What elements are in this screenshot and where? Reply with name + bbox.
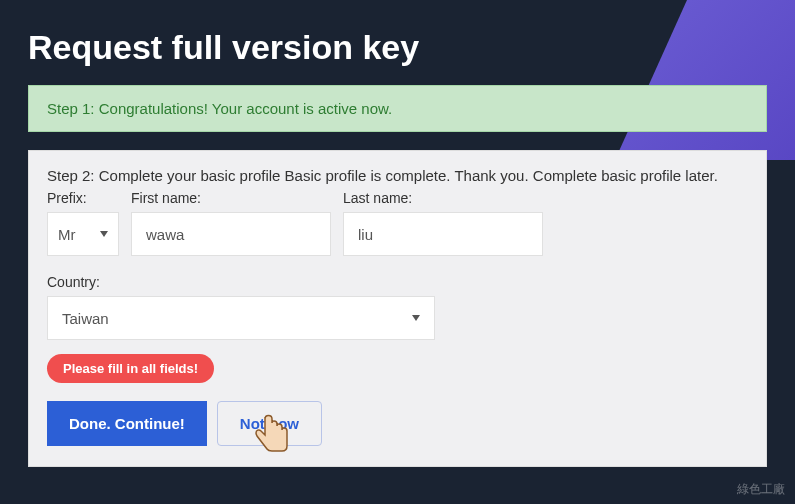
content-wrapper: Step 1: Congratulations! Your account is… <box>0 85 795 467</box>
button-row: Done. Continue! Not now <box>47 401 748 446</box>
name-field-row: Prefix: Mr First name: Last name: <box>47 190 748 256</box>
last-name-input[interactable] <box>343 212 543 256</box>
country-label: Country: <box>47 274 748 290</box>
first-name-field-group: First name: <box>131 190 331 256</box>
error-message: Please fill in all fields! <box>47 354 214 383</box>
country-select[interactable]: Taiwan <box>47 296 435 340</box>
watermark: 綠色工廠 <box>737 481 785 498</box>
step2-instruction: Step 2: Complete your basic profile Basi… <box>47 167 748 184</box>
step1-success-banner: Step 1: Congratulations! Your account is… <box>28 85 767 132</box>
step2-panel: Step 2: Complete your basic profile Basi… <box>28 150 767 467</box>
last-name-field-group: Last name: <box>343 190 543 256</box>
prefix-field-group: Prefix: Mr <box>47 190 119 256</box>
prefix-select[interactable]: Mr <box>47 212 119 256</box>
country-field-group: Country: Taiwan <box>47 274 748 340</box>
prefix-label: Prefix: <box>47 190 119 206</box>
first-name-label: First name: <box>131 190 331 206</box>
continue-button[interactable]: Done. Continue! <box>47 401 207 446</box>
step1-text: Step 1: Congratulations! Your account is… <box>47 100 392 117</box>
last-name-label: Last name: <box>343 190 543 206</box>
page-title: Request full version key <box>0 0 795 85</box>
not-now-button[interactable]: Not now <box>217 401 322 446</box>
first-name-input[interactable] <box>131 212 331 256</box>
